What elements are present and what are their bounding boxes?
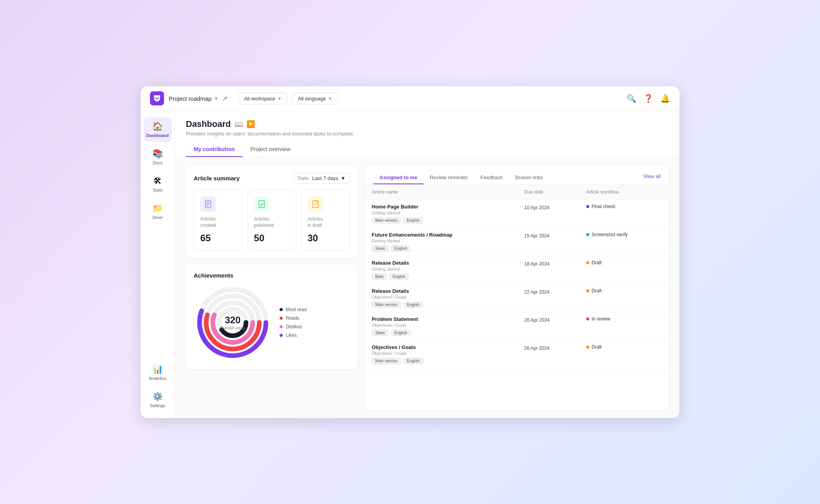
sidebar-item-settings[interactable]: ⚙️ Settings <box>144 388 172 412</box>
table-row: Future Enhancements / Roadmap Getting st… <box>365 228 668 256</box>
tab-broken-links[interactable]: Broken links <box>509 171 549 184</box>
articles-tbody: Home Page Builder Getting started Main v… <box>365 199 668 368</box>
stat-label-created: Articlescreated <box>200 216 236 229</box>
card-header: Article summary Date: Last 7 days ▼ <box>194 173 350 183</box>
cell-due-date-1: 15 Apr 2024 <box>518 228 580 256</box>
workflow-label-0: Final check <box>592 204 615 209</box>
tab-feedback[interactable]: Feedback <box>474 171 509 184</box>
cell-article-name-5: Objectives / Goals Objectives / Goals Ma… <box>365 340 518 368</box>
language-dropdown-arrow: ▼ <box>328 96 332 101</box>
date-filter-button[interactable]: Date: Last 7 days ▼ <box>294 173 350 183</box>
tag: English <box>389 273 409 280</box>
workflow-label-5: Draft <box>592 344 602 350</box>
right-panel: Assigned to me Review reminder Feedback … <box>365 165 668 410</box>
app-logo <box>150 91 164 105</box>
page-tabs: My contribution Project overview <box>186 142 668 157</box>
stat-icon-draft <box>308 196 323 212</box>
workflow-badge-1: Screenshot verify <box>586 232 662 237</box>
sidebar-item-analytics[interactable]: 📊 Analytics <box>144 360 172 385</box>
tag: Beta <box>372 273 387 280</box>
table-row: Problem Statement Objectives / Goals Sla… <box>365 312 668 340</box>
tags-4: SlaveEnglish <box>372 329 512 336</box>
cell-workflow-2: Draft <box>580 256 668 284</box>
analytics-icon: 📊 <box>152 364 163 374</box>
workspace-filter-button[interactable]: All workspace ▼ <box>238 93 287 105</box>
nav-filters: All workspace ▼ All language ▼ <box>238 93 338 105</box>
table-row: Home Page Builder Getting started Main v… <box>365 199 668 228</box>
cell-due-date-3: 22 Apr 2024 <box>518 284 580 312</box>
tools-icon: 🛠 <box>153 176 162 186</box>
sidebar-item-drive[interactable]: 📁 Drive <box>144 199 172 224</box>
workflow-badge-4: In review <box>586 316 662 322</box>
workflow-dot-2 <box>586 261 589 264</box>
external-link-button[interactable]: ↗ <box>222 95 227 102</box>
article-name-5: Objectives / Goals <box>372 344 512 350</box>
workflow-dot-4 <box>586 317 589 321</box>
tag: Slave <box>372 329 389 336</box>
workflow-dot-3 <box>586 289 589 292</box>
article-category-1: Getting started <box>372 239 512 243</box>
table-row: Release Details Getting started BetaEngl… <box>365 256 668 284</box>
play-icon[interactable]: ▶️ <box>246 120 255 128</box>
article-category-0: Getting started <box>372 210 512 215</box>
search-icon[interactable]: 🔍 <box>627 94 636 103</box>
article-summary-title: Article summary <box>194 175 240 182</box>
tab-my-contribution[interactable]: My contribution <box>186 142 242 157</box>
chart-container: 320 Overall views Most read <box>194 283 350 362</box>
stat-label-published: Articlespublished <box>254 216 289 229</box>
tag: Main version <box>372 358 401 364</box>
col-article-name: Article name <box>365 185 518 200</box>
book-icon[interactable]: 📖 <box>235 120 243 128</box>
project-selector[interactable]: Project roadmap ▼ <box>169 95 218 102</box>
due-date-3: 22 Apr 2024 <box>524 289 550 295</box>
tab-review-reminder[interactable]: Review reminder <box>424 171 474 184</box>
workflow-dot-5 <box>586 345 589 349</box>
cell-article-name-4: Problem Statement Objectives / Goals Sla… <box>365 312 518 340</box>
sidebar-item-tools[interactable]: 🛠 Tools <box>144 172 172 196</box>
article-category-2: Getting started <box>372 267 512 271</box>
workflow-badge-3: Draft <box>586 288 662 294</box>
achievements-title: Achievements <box>194 272 350 279</box>
workflow-badge-2: Draft <box>586 260 662 265</box>
sidebar-item-dashboard[interactable]: 🏠 Dashboard <box>144 118 172 142</box>
table-row: Objectives / Goals Objectives / Goals Ma… <box>365 340 668 368</box>
workflow-badge-5: Draft <box>586 344 662 350</box>
article-name-0: Home Page Builder <box>372 204 512 210</box>
tags-2: BetaEnglish <box>372 273 512 280</box>
tags-0: Main versionEnglish <box>372 217 512 224</box>
svg-rect-5 <box>259 201 264 208</box>
tab-assigned-to-me[interactable]: Assigned to me <box>373 171 424 184</box>
sidebar-item-docs[interactable]: 📚 Docs <box>144 145 172 169</box>
left-panel: Article summary Date: Last 7 days ▼ <box>186 165 358 410</box>
drive-icon: 📁 <box>152 203 163 214</box>
view-all-button[interactable]: View all <box>643 173 661 182</box>
page-title-row: Dashboard 📖 ▶️ <box>186 119 668 129</box>
cell-workflow-0: Final check <box>580 199 668 228</box>
dashboard-icon: 🏠 <box>152 121 163 132</box>
dashboard-body: Article summary Date: Last 7 days ▼ <box>175 157 679 418</box>
articles-table-container: Article name Due date Article workflow H… <box>365 185 668 410</box>
article-name-3: Release Details <box>372 288 512 294</box>
articles-table: Article name Due date Article workflow H… <box>365 185 668 369</box>
col-article-workflow: Article workflow <box>580 185 668 200</box>
table-row: Release Details Objectives / Goals Main … <box>365 284 668 312</box>
legend-item-dislikes: Dislikes <box>280 324 307 329</box>
tab-project-overview[interactable]: Project overview <box>242 142 298 157</box>
language-filter-button[interactable]: All language ▼ <box>292 93 338 105</box>
help-icon[interactable]: ❓ <box>644 94 653 103</box>
notifications-icon[interactable]: 🔔 <box>660 94 670 103</box>
col-due-date: Due date <box>518 185 580 200</box>
tag: Slave <box>372 245 389 252</box>
stat-box-created: Articlescreated 65 <box>194 190 242 251</box>
tag: Main version <box>372 301 401 308</box>
panel-tabs: Assigned to me Review reminder Feedback … <box>365 165 668 185</box>
legend-dot-likes <box>280 334 283 337</box>
legend: Most read Reads Dislikes <box>280 307 307 338</box>
tag: English <box>403 217 423 224</box>
workflow-dot-0 <box>586 205 589 208</box>
stat-icon-published <box>254 196 269 212</box>
legend-dot-most-read <box>280 308 283 311</box>
settings-icon: ⚙️ <box>152 392 163 402</box>
page-title-icons: 📖 ▶️ <box>235 120 255 128</box>
workflow-label-2: Draft <box>592 260 602 265</box>
